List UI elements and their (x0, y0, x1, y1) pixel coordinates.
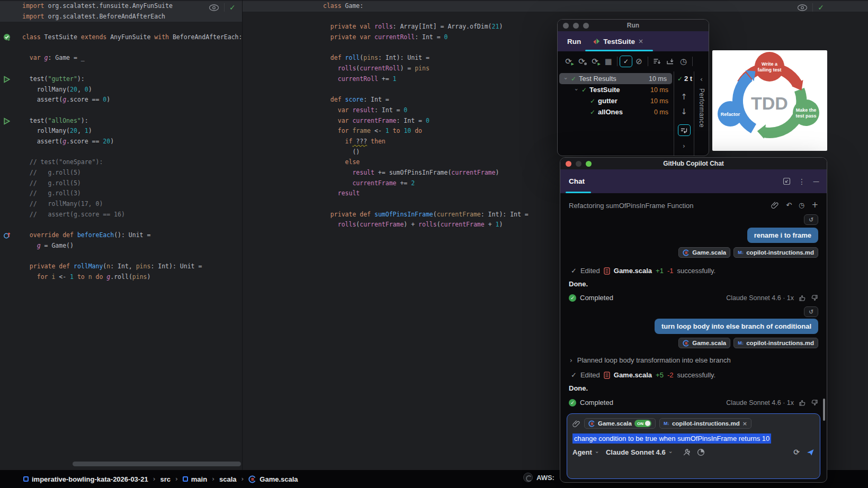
regenerate-icon[interactable]: ⟳ (793, 448, 800, 456)
restore-checkpoint-button[interactable]: ↺ (804, 214, 818, 225)
code-line[interactable]: // assert(g.score == 16) (0, 210, 242, 220)
code-editor-testsuite[interactable]: import org.scalatest.funsuite.AnyFunSuit… (0, 1, 242, 283)
chat-scrollbar[interactable] (823, 399, 825, 421)
eye-icon[interactable] (209, 4, 219, 11)
more-options-kebab-icon[interactable]: ⋮ (798, 177, 806, 186)
tools-wrench-icon[interactable] (683, 448, 691, 456)
overrides-method-gutter-icon[interactable] (3, 231, 11, 239)
breadcrumb-src[interactable]: src (160, 475, 171, 483)
breadcrumb-label[interactable]: scala (219, 475, 237, 483)
chevron-down-icon[interactable]: › (667, 451, 673, 453)
test-tree-row-allones[interactable]: ✓ allOnes 0 ms (558, 106, 674, 118)
code-line[interactable]: rollMany(20, 1) (0, 126, 242, 137)
test-node-label[interactable]: Test Results (579, 75, 616, 83)
code-line[interactable]: test("gutter"): (0, 74, 242, 85)
attachment-on-toggle[interactable]: ON (634, 420, 651, 427)
chat-window-titlebar[interactable]: GitHub Copilot Chat (560, 158, 827, 169)
close-tab-icon[interactable]: × (638, 38, 643, 45)
code-line[interactable] (0, 105, 242, 116)
breadcrumb-file[interactable]: Game.scala (248, 475, 298, 483)
test-tree-row-suite[interactable]: › ✓ TestSuite 10 ms (558, 84, 674, 95)
usage-timer-icon[interactable] (697, 448, 705, 456)
code-line[interactable] (0, 22, 242, 32)
breadcrumb-label[interactable]: main (191, 475, 207, 483)
performance-tab-label[interactable]: Performance (698, 88, 705, 128)
code-line[interactable]: // g.roll(3) (0, 188, 242, 199)
previous-test-button[interactable]: ↑ (681, 92, 687, 102)
breadcrumb-label[interactable]: imperative-bowling-kata-2026-03-21 (32, 475, 148, 483)
thumbs-down-icon[interactable] (811, 399, 818, 406)
breadcrumb-scala[interactable]: scala (219, 475, 237, 483)
code-line[interactable] (0, 43, 242, 53)
toggle-auto-test-button[interactable]: ⟳▶ (588, 57, 602, 66)
remove-attachment-icon[interactable]: × (742, 420, 747, 427)
code-line[interactable]: for i <- 1 to n do g.roll(pins) (0, 272, 242, 283)
rerun-failed-tests-button[interactable]: ⟳ (575, 57, 588, 66)
open-in-editor-icon[interactable] (783, 177, 791, 185)
collapsed-plan-row[interactable]: › Planned loop body transformation into … (570, 356, 731, 364)
chevron-down-icon[interactable]: › (562, 75, 569, 83)
code-line[interactable]: class Game: (243, 1, 868, 12)
aws-label[interactable]: AWS: (536, 474, 554, 482)
test-node-label[interactable]: TestSuite (589, 86, 620, 94)
code-line[interactable]: assert(g.score == 20) (0, 137, 242, 147)
input-attachment-chip-game-scala[interactable]: Game.scala ON (584, 418, 656, 429)
code-line[interactable]: // g.roll(5) (0, 178, 242, 189)
test-node-label[interactable]: gutter (598, 97, 618, 105)
chat-input-selected-text[interactable]: change condition to be true when sumOfPi… (572, 433, 771, 444)
run-test-gutter-icon[interactable] (3, 118, 11, 125)
new-chat-plus-icon[interactable]: + (811, 200, 818, 210)
breadcrumb-label[interactable]: src (160, 475, 171, 483)
statusbar-aws-widget[interactable]: AWS: (523, 473, 554, 482)
thumbs-up-icon[interactable] (799, 294, 806, 302)
chat-input-box[interactable]: Game.scala ON M↓ copilot-instructions.md… (567, 413, 820, 479)
test-tree-row-results[interactable]: › ✓ Test Results 10 ms (559, 73, 672, 84)
chevron-down-icon[interactable]: › (594, 451, 599, 453)
thumbs-down-icon[interactable] (811, 294, 818, 302)
code-line[interactable]: g = Game() (0, 241, 242, 251)
no-problems-check-icon[interactable]: ✓ (818, 3, 824, 12)
code-line[interactable]: private def rollMany(n: Int, pins: Int):… (0, 261, 242, 272)
attach-icon[interactable] (771, 201, 779, 209)
attach-icon[interactable] (572, 420, 580, 428)
run-test-gutter-icon[interactable] (3, 76, 11, 84)
horizontal-scrollbar[interactable] (73, 462, 241, 466)
no-problems-check-icon[interactable]: ✓ (229, 3, 236, 12)
code-line[interactable] (0, 64, 242, 74)
breadcrumb-project[interactable]: imperative-bowling-kata-2026-03-21 (23, 475, 148, 483)
test-history-clock-icon[interactable]: ◷ (677, 57, 690, 66)
code-line[interactable]: import org.scalatest.funsuite.AnyFunSuit… (0, 1, 242, 12)
code-line[interactable]: private val rolls: Array[Int] = Array.of… (243, 22, 868, 32)
stop-button[interactable]: ■ (602, 57, 615, 66)
tab-testsuite[interactable]: TestSuite × (593, 38, 643, 46)
import-test-results-button[interactable] (664, 58, 677, 65)
show-passed-toggle[interactable]: ✓ (620, 56, 632, 67)
sort-by-duration-button[interactable] (650, 58, 664, 65)
tab-chat[interactable]: Chat (569, 177, 585, 185)
editor-pane-testsuite[interactable]: import org.scalatest.funsuite.AnyFunSuit… (0, 0, 242, 470)
code-line[interactable] (0, 220, 242, 230)
code-line[interactable]: test("allOnes"): (0, 116, 242, 126)
model-select[interactable]: Claude Sonnet 4.6 (606, 448, 666, 456)
breadcrumb-main[interactable]: main (183, 475, 207, 483)
code-line[interactable]: rollMany(20, 0) (0, 85, 242, 95)
chevron-right-icon[interactable]: › (570, 357, 572, 364)
code-line[interactable]: // test("oneSpare"): (0, 157, 242, 168)
test-node-label[interactable]: allOnes (598, 108, 623, 116)
breadcrumb-label[interactable]: Game.scala (259, 475, 298, 483)
code-line[interactable]: assert(g.score == 0) (0, 95, 242, 105)
code-line[interactable] (0, 251, 242, 262)
attachment-chip-game-scala[interactable]: Game.scala (678, 338, 730, 348)
filter-passed-toggle[interactable] (678, 124, 691, 136)
next-test-button[interactable]: ↓ (681, 107, 687, 116)
code-line[interactable]: var g: Game = _ (0, 53, 242, 64)
run-toolwindow-label[interactable]: Run (567, 38, 581, 46)
tab-label[interactable]: TestSuite (603, 38, 635, 46)
code-line[interactable]: class TestSuite extends AnyFunSuite with… (0, 32, 242, 43)
run-class-passed-gutter-icon[interactable] (3, 33, 11, 41)
attachment-chip-instructions[interactable]: M↓ copilot-instructions.md (733, 247, 818, 258)
code-line[interactable] (0, 147, 242, 158)
mode-select[interactable]: Agent (572, 448, 592, 456)
send-message-icon[interactable] (806, 448, 815, 456)
code-line[interactable] (243, 12, 868, 22)
